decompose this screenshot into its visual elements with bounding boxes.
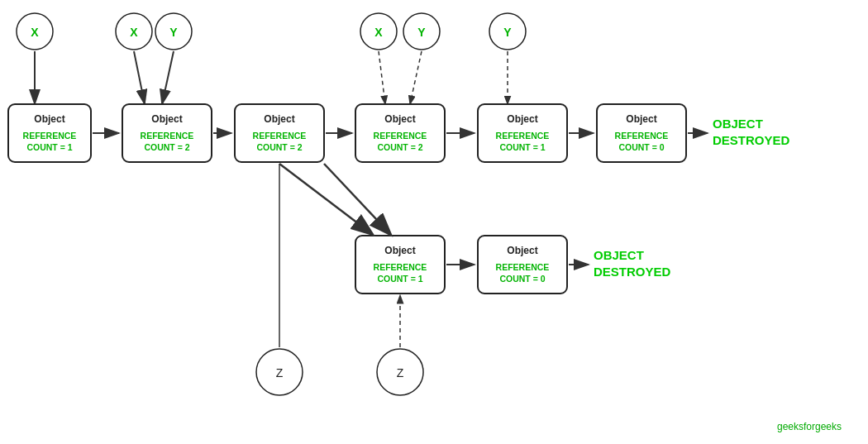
box7-count: REFERENCE <box>374 262 427 272</box>
box2-title: Object <box>151 113 182 125</box>
arrow-y2-b2 <box>162 51 174 104</box>
var-z2-label: Z <box>397 366 404 380</box>
var-y4-label: Y <box>417 26 426 39</box>
destroyed1-line1: OBJECT <box>713 117 763 131</box>
box4-title: Object <box>384 113 415 125</box>
box1-count: REFERENCE <box>23 131 77 141</box>
box1-count2: COUNT = 1 <box>26 142 72 152</box>
box3-count: REFERENCE <box>253 131 307 141</box>
box5-count: REFERENCE <box>496 131 550 141</box>
destroyed2-line1: OBJECT <box>594 248 644 262</box>
var-x1-label: X <box>31 26 39 39</box>
box2-count2: COUNT = 2 <box>144 142 189 152</box>
box6-count2: COUNT = 0 <box>618 142 664 152</box>
destroyed2-line2: DESTROYED <box>594 265 671 279</box>
box8-count2: COUNT = 0 <box>499 274 545 284</box>
box2-count: REFERENCE <box>141 131 194 141</box>
destroyed1-line2: DESTROYED <box>713 133 790 147</box>
box4-count2: COUNT = 2 <box>377 142 422 152</box>
box6-count: REFERENCE <box>615 131 669 141</box>
var-z1-label: Z <box>276 366 284 380</box>
box5-count2: COUNT = 1 <box>499 142 545 152</box>
watermark: geeksforgeeks <box>777 421 842 432</box>
box7-title: Object <box>384 245 415 256</box>
box5-title: Object <box>507 113 537 125</box>
box6-title: Object <box>626 113 656 125</box>
box4-count: REFERENCE <box>374 131 427 141</box>
var-x4-label: X <box>374 26 383 39</box>
box8-count: REFERENCE <box>496 262 550 272</box>
box7-count2: COUNT = 1 <box>377 274 422 284</box>
box8-title: Object <box>507 245 537 256</box>
arrow-x2-b2 <box>134 51 145 104</box>
box3-count2: COUNT = 2 <box>256 142 302 152</box>
box1-title: Object <box>34 113 64 125</box>
var-x2-label: X <box>130 26 138 39</box>
diagram: X X Y X Y Y Object REFERENCE COUNT = 1 O… <box>0 0 868 444</box>
arrow-y4-b4 <box>410 51 422 104</box>
box3-title: Object <box>264 113 294 125</box>
arrow-x4-b4 <box>379 51 385 104</box>
var-y5-label: Y <box>503 26 512 39</box>
var-y2-label: Y <box>169 26 178 39</box>
